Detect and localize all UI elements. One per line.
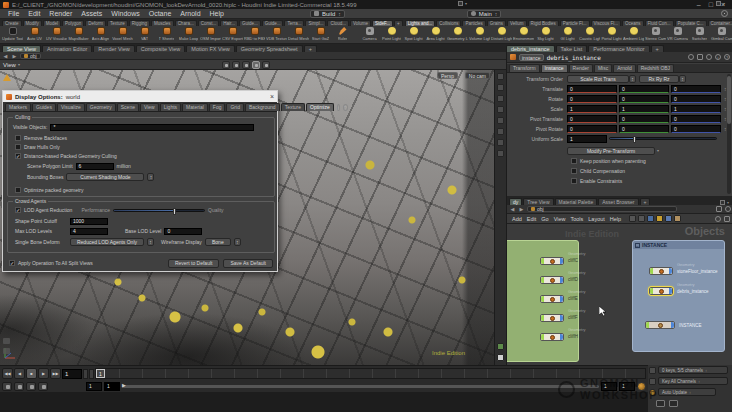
menu-item[interactable]: Windows xyxy=(107,10,143,17)
dialog-tab[interactable]: Scene xyxy=(117,103,139,111)
node-display-flag[interactable] xyxy=(671,322,674,328)
transport-button[interactable]: ◀◀ xyxy=(2,368,13,379)
pane-tab[interactable]: Scene View xyxy=(2,45,41,52)
node-body[interactable] xyxy=(645,321,675,329)
channel-list-icon[interactable] xyxy=(649,378,656,385)
scoped-channels-icon[interactable] xyxy=(649,367,656,374)
network-node[interactable]: INSTANCE xyxy=(633,317,726,333)
view-memory-icon[interactable] xyxy=(497,343,504,350)
pane-tab[interactable]: + xyxy=(651,45,664,52)
shelf-tool[interactable]: T Sheets xyxy=(156,27,177,41)
spinner-icon[interactable] xyxy=(679,75,686,83)
color-palette-icon[interactable] xyxy=(647,215,654,222)
network-breadcrumb[interactable]: obj xyxy=(527,206,677,212)
wrench-icon[interactable] xyxy=(629,215,636,222)
audio-toggle-icon[interactable] xyxy=(14,382,24,391)
menu-item[interactable]: Arnold xyxy=(176,10,204,17)
save-default-button[interactable]: Save As Default xyxy=(223,259,273,268)
shelf-tool[interactable]: Auto UV xyxy=(24,27,45,41)
menu-item[interactable]: Layout xyxy=(586,216,607,222)
snap-tool-icon[interactable] xyxy=(242,61,250,69)
shelf-tool[interactable]: GI Light xyxy=(557,27,578,41)
scrollbar-thumb[interactable] xyxy=(727,76,731,124)
node-display-flag[interactable] xyxy=(560,258,563,264)
slider-handle[interactable] xyxy=(633,136,636,143)
collapse-icon[interactable]: − xyxy=(635,243,640,248)
pane-tabbar-options[interactable]: ▾ xyxy=(458,1,467,6)
node-template-flag[interactable] xyxy=(646,322,649,328)
param-checkbox-row[interactable]: Child Compensation xyxy=(571,168,646,174)
shelf-tool[interactable]: OSM Import xyxy=(200,27,221,41)
translate-y-input[interactable]: 0 xyxy=(619,85,669,93)
shelf-tool[interactable]: Portal Light xyxy=(601,27,622,41)
expand-icon[interactable] xyxy=(697,54,703,60)
node-body[interactable] xyxy=(540,295,564,303)
pane-tab[interactable]: Animation Editor xyxy=(42,45,92,52)
parameter-tab[interactable]: Render xyxy=(569,64,593,72)
view-shading-icon[interactable] xyxy=(497,106,504,113)
rotate-x-input[interactable]: 0 xyxy=(567,95,617,103)
visible-objects-input[interactable]: * xyxy=(50,124,254,131)
main-take-selector[interactable]: Main xyxy=(467,10,502,18)
list-icon[interactable] xyxy=(638,215,645,222)
network-node[interactable]: GeometrycliffH xyxy=(507,327,580,345)
pivot-rotate-y-input[interactable]: 0 xyxy=(619,125,669,133)
auto-key-icon[interactable] xyxy=(649,389,656,396)
global-range-start-input[interactable]: 1 xyxy=(86,382,102,391)
persp-view-button[interactable]: Persp xyxy=(437,72,458,79)
shelf-tool[interactable]: CSV Exporter xyxy=(222,27,243,41)
frame-inc-button[interactable] xyxy=(89,369,94,379)
pane-maximize-icon[interactable] xyxy=(458,1,463,6)
param-checkbox-row[interactable]: Enable Constraints xyxy=(571,178,646,184)
forward-icon[interactable]: ▶ xyxy=(11,53,18,59)
shelf-tool[interactable]: Distant Light xyxy=(491,27,512,41)
cache-monitor-icon[interactable] xyxy=(656,400,665,407)
network-node[interactable]: GeometrycliffE xyxy=(507,289,580,307)
shelf-tool[interactable]: VAT xyxy=(134,27,155,41)
node-display-flag[interactable] xyxy=(669,288,672,294)
remove-backfaces-row[interactable]: Remove Backfaces xyxy=(15,134,67,142)
spinner-icon[interactable] xyxy=(147,173,154,181)
node-display-flag[interactable] xyxy=(669,268,672,274)
shelf-tool[interactable]: Make Loop xyxy=(178,27,199,41)
view-material-icon[interactable] xyxy=(497,117,504,124)
pane-tab[interactable]: Composite View xyxy=(136,45,186,52)
pane-tab[interactable]: + xyxy=(304,45,317,52)
shelf-tool[interactable]: Ambient Light xyxy=(623,27,644,41)
shelf-tool[interactable]: MapsBaker xyxy=(68,27,89,41)
revert-default-button[interactable]: Revert to Default xyxy=(168,259,220,268)
draw-hulls-row[interactable]: Draw Hulls Only xyxy=(15,143,60,151)
checkbox-checked[interactable] xyxy=(15,207,21,213)
node-body[interactable] xyxy=(540,276,564,284)
frame-dec-button[interactable] xyxy=(83,369,88,379)
dialog-tab[interactable]: Lights xyxy=(160,103,181,111)
camera-select-button[interactable]: No cam xyxy=(465,72,490,79)
shelf-tool[interactable]: Update Toolset xyxy=(2,27,23,41)
checkbox-checked[interactable] xyxy=(15,153,21,159)
pane-tab[interactable]: + xyxy=(640,198,651,205)
max-lod-input[interactable]: 4 xyxy=(70,228,108,235)
network-box-header[interactable]: − INSTANCE xyxy=(633,241,724,249)
timeline-ruler[interactable]: 1 xyxy=(95,368,646,379)
dialog-tab[interactable]: Markers xyxy=(5,103,31,111)
node-template-flag[interactable] xyxy=(650,288,653,294)
key-all-channels-dropdown[interactable]: Key All Channels xyxy=(658,377,728,385)
dialog-tab[interactable]: Guides xyxy=(32,103,56,111)
spinner-icon[interactable] xyxy=(147,238,154,246)
window-control-button[interactable]: □ xyxy=(709,1,713,8)
node-template-flag[interactable] xyxy=(541,258,544,264)
viewport-camera-icon[interactable] xyxy=(3,338,10,344)
view-grid-icon[interactable] xyxy=(497,128,504,135)
range-handle-icon[interactable]: ▶ xyxy=(122,382,126,388)
shelf-tool[interactable]: UV Visualize xyxy=(46,27,67,41)
playbar-options-icon[interactable] xyxy=(38,382,48,391)
shelf-tool[interactable]: Camera xyxy=(359,27,380,41)
notes-icon[interactable] xyxy=(674,215,681,222)
rotate-z-input[interactable]: 0 xyxy=(671,95,721,103)
pane-tab[interactable]: Render View xyxy=(93,45,134,52)
dialog-tab[interactable]: Texture xyxy=(281,103,305,111)
pane-tab[interactable]: dy xyxy=(509,198,522,205)
shelf-tool[interactable]: Spot Light xyxy=(403,27,424,41)
parameter-tab[interactable]: Transform xyxy=(509,64,540,72)
shelf-tool[interactable]: VR Camera xyxy=(667,27,688,41)
